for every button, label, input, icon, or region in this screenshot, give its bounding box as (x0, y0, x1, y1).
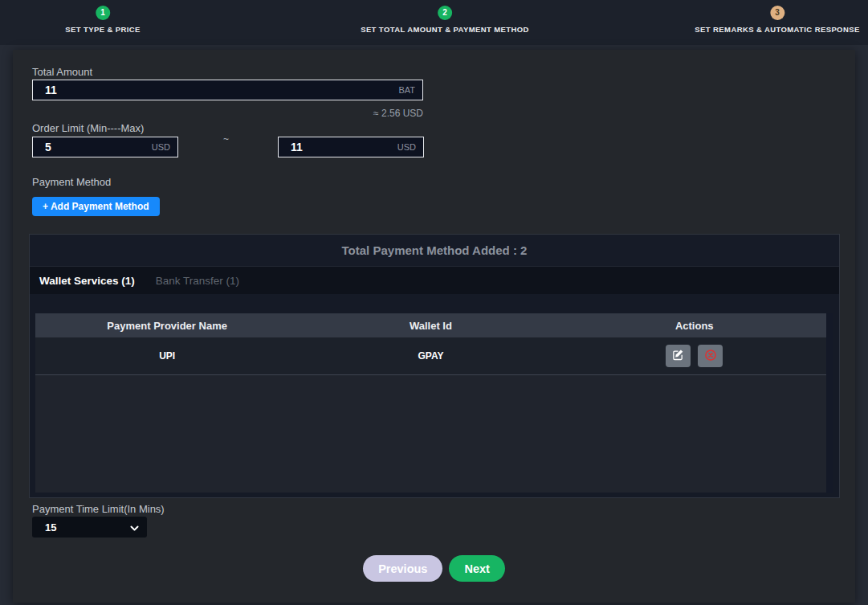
cell-provider-name: UPI (35, 350, 299, 362)
tab-wallet-services[interactable]: Wallet Services (1) (39, 275, 135, 287)
payment-time-limit-select[interactable]: 15 (32, 517, 147, 538)
tab-bank-transfer[interactable]: Bank Transfer (1) (156, 275, 239, 287)
step-2[interactable]: 2 SET TOTAL AMOUNT & PAYMENT METHOD (361, 6, 529, 34)
total-amount-label: Total Amount (32, 66, 92, 78)
payment-methods-panel-title: Total Payment Method Added : 2 (30, 235, 839, 267)
payment-method-tabs: Wallet Services (1) Bank Transfer (1) (30, 267, 839, 294)
payment-methods-panel-body: Payment Provider Name Wallet Id Actions … (30, 294, 839, 497)
cell-actions (563, 345, 826, 367)
add-payment-method-button[interactable]: + Add Payment Method (32, 197, 160, 216)
total-amount-field-wrap: BAT (32, 80, 423, 100)
wizard-stepper: 1 SET TYPE & PRICE 2 SET TOTAL AMOUNT & … (0, 0, 868, 45)
table-header-row: Payment Provider Name Wallet Id Actions (35, 313, 826, 337)
ad-setup-card: Total Amount BAT ≈ 2.56 USD Order Limit … (13, 50, 855, 603)
payment-method-label: Payment Method (32, 176, 111, 188)
wizard-navigation: Previous Next (13, 555, 855, 582)
step-3-label: SET REMARKS & AUTOMATIC RESPONSE (695, 25, 859, 34)
order-limit-label: Order Limit (Min----Max) (32, 122, 144, 134)
cell-wallet-id: GPAY (299, 350, 562, 362)
order-limit-max-input[interactable] (279, 137, 423, 157)
col-header-actions: Actions (563, 320, 826, 332)
step-2-number-badge: 2 (438, 6, 452, 20)
delete-circle-x-icon (704, 349, 717, 364)
payment-time-limit-value: 15 (32, 521, 56, 533)
order-limit-separator: ~ (223, 133, 229, 145)
table-vertical-scrollbar[interactable] (826, 313, 833, 493)
delete-payment-method-button[interactable] (698, 345, 723, 367)
next-button[interactable]: Next (449, 555, 504, 582)
payment-time-limit-label: Payment Time Limit(In Mins) (32, 503, 165, 515)
step-3-number-badge: 3 (770, 6, 784, 20)
col-header-provider: Payment Provider Name (35, 320, 299, 332)
step-1-label: SET TYPE & PRICE (65, 25, 141, 34)
edit-icon (672, 349, 684, 363)
order-limit-min-field-wrap: USD (32, 137, 178, 157)
edit-payment-method-button[interactable] (666, 345, 691, 367)
previous-button[interactable]: Previous (363, 555, 442, 582)
payment-methods-table: Payment Provider Name Wallet Id Actions … (35, 313, 833, 493)
step-3[interactable]: 3 SET REMARKS & AUTOMATIC RESPONSE (695, 6, 859, 34)
step-1[interactable]: 1 SET TYPE & PRICE (65, 6, 141, 34)
approx-usd-value: ≈ 2.56 USD (32, 108, 423, 119)
order-limit-min-input[interactable] (33, 137, 177, 157)
order-limit-max-field-wrap: USD (278, 137, 424, 157)
payment-methods-panel: Total Payment Method Added : 2 Wallet Se… (29, 234, 840, 498)
col-header-wallet-id: Wallet Id (299, 320, 562, 332)
step-2-label: SET TOTAL AMOUNT & PAYMENT METHOD (361, 25, 529, 34)
step-1-number-badge: 1 (96, 6, 110, 20)
table-row: UPI GPAY (35, 337, 826, 375)
chevron-down-icon (129, 522, 140, 537)
total-amount-input[interactable] (33, 80, 422, 100)
